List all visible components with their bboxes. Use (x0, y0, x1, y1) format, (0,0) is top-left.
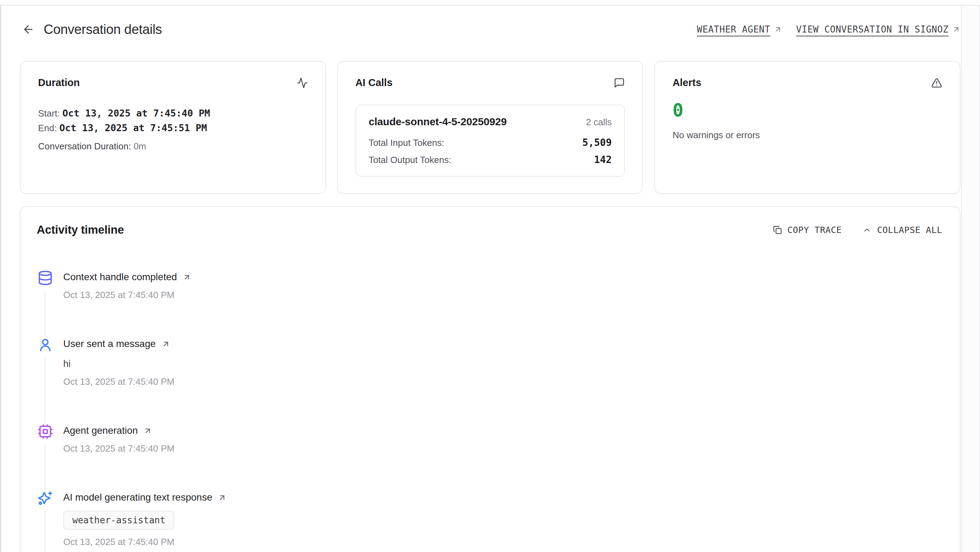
input-tokens-value: 5,509 (582, 137, 612, 148)
event-link-agent-generation[interactable]: Agent generation (63, 425, 174, 436)
event-title: AI model generating text response (63, 492, 212, 503)
timeline-title: Activity timeline (37, 223, 124, 236)
scrollbar[interactable] (961, 6, 980, 552)
timeline-event-agent-generation: Agent generation Oct 13, 2025 at 7:45:40… (37, 423, 942, 454)
arrow-up-right-icon (952, 25, 961, 34)
conversation-duration-value: 0m (134, 141, 146, 152)
conversation-duration-label: Conversation Duration: (38, 141, 131, 152)
model-name: claude-sonnet-4-5-20250929 (369, 116, 507, 128)
duration-end-label: End: (38, 123, 57, 133)
input-tokens-label: Total Input Tokens: (369, 137, 444, 148)
event-timestamp: Oct 13, 2025 at 7:45:40 PM (63, 443, 174, 454)
alerts-message: No warnings or errors (673, 130, 942, 140)
conversation-details-page: { "header": { "title": "Conversation det… (0, 0, 980, 552)
duration-start-label: Start: (38, 108, 60, 119)
header-links: WEATHER AGENT VIEW CONVERSATION IN SIGNO… (697, 24, 961, 35)
event-title: Context handle completed (63, 271, 177, 282)
arrow-up-right-icon (774, 25, 782, 34)
event-body: User sent a message hi Oct 13, 2025 at 7… (63, 336, 174, 387)
arrow-up-right-icon (143, 426, 152, 435)
cpu-icon (37, 423, 54, 444)
alerts-count: 0 (673, 101, 942, 119)
duration-card-title: Duration (38, 77, 80, 88)
message-square-icon (614, 77, 625, 88)
event-link-ai-text-response[interactable]: AI model generating text response (63, 492, 226, 503)
duration-card: Duration Start: Oct 13, 2025 at 7:45:40 … (20, 61, 326, 194)
output-tokens-value: 142 (594, 154, 612, 166)
alerts-card: Alerts 0 No warnings or errors (654, 61, 961, 194)
duration-card-header: Duration (38, 77, 308, 88)
event-body: AI model generating text response weathe… (63, 490, 226, 547)
alerts-card-title: Alerts (673, 77, 701, 88)
timeline-header: Activity timeline COPY TRACE COLLAPSE AL… (37, 223, 942, 236)
view-conversation-link-label: VIEW CONVERSATION IN SIGNOZ (796, 24, 948, 35)
arrow-up-right-icon (161, 340, 170, 348)
ai-calls-card-title: AI Calls (355, 77, 393, 88)
model-calls-count: 2 calls (586, 117, 612, 128)
main-content: Conversation details WEATHER AGENT VIEW … (20, 6, 961, 552)
alerts-card-header: Alerts (673, 77, 942, 88)
arrow-left-icon (22, 23, 35, 36)
event-timestamp: Oct 13, 2025 at 7:45:40 PM (63, 290, 191, 300)
copy-icon (773, 226, 782, 235)
collapse-all-label: COLLAPSE ALL (877, 225, 942, 235)
collapse-all-button[interactable]: COLLAPSE ALL (862, 225, 942, 235)
copy-trace-label: COPY TRACE (788, 225, 842, 235)
duration-start-value: Oct 13, 2025 at 7:45:40 PM (62, 108, 210, 119)
duration-end-row: End: Oct 13, 2025 at 7:45:51 PM (38, 121, 308, 136)
ai-calls-card-header: AI Calls (355, 77, 625, 88)
page-title: Conversation details (44, 22, 162, 37)
timeline-event-ai-text-response: AI model generating text response weathe… (37, 490, 942, 547)
model-row: claude-sonnet-4-5-20250929 2 calls (369, 116, 612, 128)
back-button[interactable] (21, 22, 36, 37)
arrow-up-right-icon (218, 493, 226, 502)
event-timestamp: Oct 13, 2025 at 7:45:40 PM (63, 377, 174, 387)
user-icon (37, 336, 54, 357)
triangle-alert-icon (931, 77, 942, 88)
timeline-events: Context handle completed Oct 13, 2025 at… (37, 270, 942, 552)
output-tokens-label: Total Output Tokens: (369, 155, 452, 166)
duration-card-body: Start: Oct 13, 2025 at 7:45:40 PM End: O… (38, 106, 308, 152)
weather-agent-link[interactable]: WEATHER AGENT (697, 24, 782, 35)
ai-calls-card: AI Calls claude-sonnet-4-5-20250929 2 ca… (337, 61, 643, 194)
duration-start-row: Start: Oct 13, 2025 at 7:45:40 PM (38, 106, 308, 121)
conversation-duration-row: Conversation Duration: 0m (38, 141, 308, 152)
event-title: User sent a message (63, 338, 156, 349)
event-message-text: hi (63, 359, 174, 369)
input-tokens-row: Total Input Tokens: 5,509 (369, 137, 612, 148)
event-body: Context handle completed Oct 13, 2025 at… (63, 270, 191, 300)
activity-timeline-card: Activity timeline COPY TRACE COLLAPSE AL… (20, 206, 961, 552)
page-header: Conversation details WEATHER AGENT VIEW … (20, 19, 961, 39)
database-icon (37, 270, 54, 290)
weather-agent-link-label: WEATHER AGENT (697, 24, 770, 35)
summary-cards-row: Duration Start: Oct 13, 2025 at 7:45:40 … (20, 61, 961, 194)
chevron-up-icon (862, 226, 871, 235)
output-tokens-row: Total Output Tokens: 142 (369, 154, 612, 166)
model-usage-item: claude-sonnet-4-5-20250929 2 calls Total… (355, 105, 625, 177)
timeline-event-context-handle: Context handle completed Oct 13, 2025 at… (37, 270, 942, 300)
view-conversation-in-signoz-link[interactable]: VIEW CONVERSATION IN SIGNOZ (796, 24, 961, 35)
event-link-context-handle[interactable]: Context handle completed (63, 271, 191, 282)
duration-end-value: Oct 13, 2025 at 7:45:51 PM (59, 123, 207, 133)
sparkles-icon (37, 490, 54, 511)
event-timestamp: Oct 13, 2025 at 7:45:40 PM (63, 537, 226, 547)
arrow-up-right-icon (183, 273, 191, 282)
agent-name-badge: weather-assistant (63, 511, 174, 530)
event-body: Agent generation Oct 13, 2025 at 7:45:40… (63, 423, 174, 454)
timeline-event-user-message: User sent a message hi Oct 13, 2025 at 7… (37, 336, 942, 387)
event-link-user-message[interactable]: User sent a message (63, 338, 174, 349)
activity-icon (297, 77, 308, 88)
event-title: Agent generation (63, 425, 138, 436)
copy-trace-button[interactable]: COPY TRACE (773, 225, 842, 235)
window-left-divider (0, 6, 1, 552)
timeline-controls: COPY TRACE COLLAPSE ALL (773, 225, 942, 235)
